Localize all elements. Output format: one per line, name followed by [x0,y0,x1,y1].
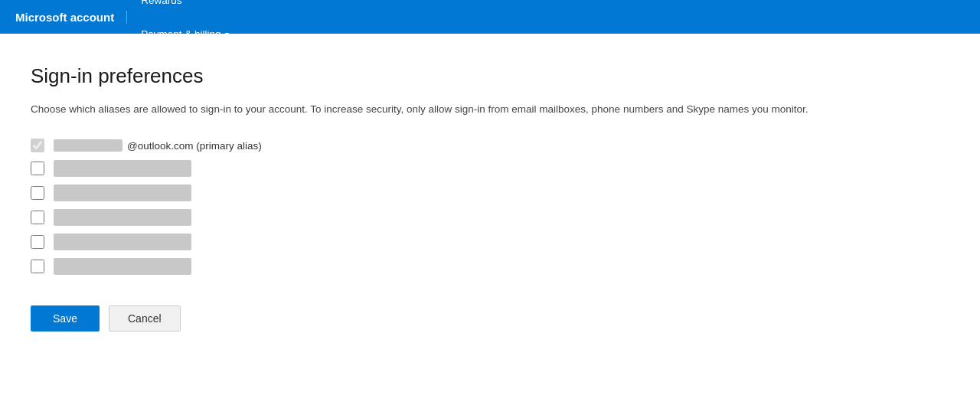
nav-item-devices[interactable]: Devices [130,84,264,118]
alias-row-0 [31,160,949,177]
alias-checkbox-wrap-1 [31,186,44,200]
alias-row-4 [31,258,949,275]
alias-checkbox-0[interactable] [31,162,44,175]
alias-checkbox-wrap-3 [31,235,44,249]
alias-checkbox-4[interactable] [31,260,44,273]
alias-checkbox-wrap-4 [31,260,44,273]
save-button[interactable]: Save [31,305,100,331]
alias-row-1 [31,185,949,201]
alias-row-3 [31,233,949,250]
alias-bar-0 [54,160,191,177]
alias-checkbox-wrap-0 [31,162,44,175]
alias-bar-2 [54,209,191,226]
alias-checkbox-1[interactable] [31,186,44,200]
alias-rows [31,160,949,282]
nav-item-services-subscriptions[interactable]: Services & subscriptions [130,51,264,84]
alias-list: @outlook.com (primary alias) [31,139,949,282]
alias-row-2 [31,209,949,226]
cancel-button[interactable]: Cancel [109,305,181,331]
nav-item-family[interactable]: Family [130,118,264,152]
alias-bar-4 [54,258,191,275]
alias-checkbox-3[interactable] [31,235,44,249]
alias-bar-3 [54,233,191,250]
alias-checkbox-primary-wrap [31,139,44,152]
alias-checkbox-primary [31,139,44,152]
alias-checkbox-wrap-2 [31,211,44,224]
alias-bar-1 [54,185,191,201]
button-row: Save Cancel [31,305,949,331]
chevron-down-icon: ▾ [225,30,229,38]
nav-item-rewards[interactable]: Rewards [130,0,264,17]
primary-alias-redacted [54,139,122,152]
nav-item-payment-billing[interactable]: Payment & billing▾ [130,17,264,51]
brand-logo[interactable]: Microsoft account [15,11,127,24]
main-header: Microsoft account Your infoPrivacySecuri… [0,0,980,34]
main-nav: Your infoPrivacySecurityRewardsPayment &… [130,0,264,152]
alias-checkbox-2[interactable] [31,211,44,224]
